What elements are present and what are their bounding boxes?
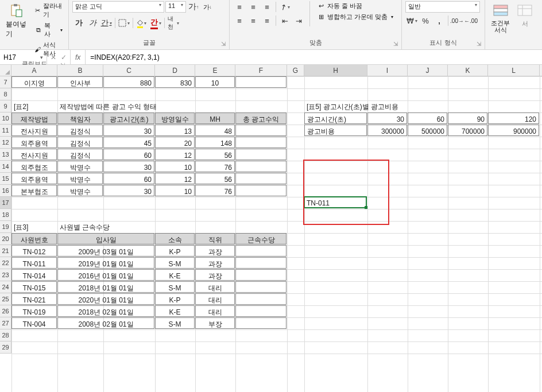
paste-button[interactable]: 붙여넣기 (3, 1, 30, 40)
cell[interactable]: 입사일 (57, 233, 154, 244)
cell[interactable]: 60 (408, 112, 447, 124)
cell[interactable]: TN-011 (11, 257, 57, 269)
cell[interactable]: 제작방법 (11, 112, 57, 124)
italic-button[interactable]: 가 (86, 17, 99, 29)
cell[interactable]: 10 (155, 185, 195, 196)
column-header-F[interactable]: F (235, 65, 287, 76)
cell[interactable]: 500000 (408, 125, 447, 136)
cell[interactable]: 전사지원 (11, 125, 57, 136)
cell[interactable]: 30 (103, 125, 154, 136)
row-header-7[interactable]: 7 (0, 76, 11, 88)
align-left-button[interactable]: ≡ (233, 15, 246, 26)
increase-indent-button[interactable]: ⇥ (292, 15, 305, 26)
cell[interactable]: 근속수당 (235, 233, 287, 244)
format-as-table-button[interactable]: 서 (514, 1, 535, 29)
cell[interactable]: 과장 (195, 269, 235, 281)
bold-button[interactable]: 가 (72, 17, 85, 29)
cell[interactable]: 전사지원 (11, 149, 57, 160)
cell[interactable]: TN-021 (11, 293, 57, 305)
row-header-12[interactable]: 12 (0, 137, 11, 149)
decrease-decimal-button[interactable]: ←.00 (464, 15, 477, 26)
row-header-21[interactable]: 21 (0, 245, 11, 257)
cell[interactable]: 외주용역 (11, 137, 57, 148)
row-header-14[interactable]: 14 (0, 161, 11, 173)
cell[interactable]: 700000 (448, 125, 487, 136)
cell[interactable]: 대리 (195, 281, 235, 293)
row-header-9[interactable]: 9 (0, 100, 11, 112)
column-header-I[interactable]: I (367, 65, 408, 76)
cell[interactable]: 12 (155, 149, 195, 160)
cell[interactable]: 이지영 (11, 76, 57, 88)
cell[interactable] (235, 281, 287, 293)
row-header-27[interactable]: 27 (0, 317, 11, 329)
row-header-18[interactable]: 18 (0, 209, 11, 221)
cell[interactable] (235, 149, 287, 160)
cell[interactable]: K-E (155, 305, 195, 317)
cell[interactable] (235, 293, 287, 305)
cell[interactable]: 김정식 (57, 137, 103, 148)
cell[interactable]: 외주용역 (11, 173, 57, 184)
cell[interactable]: 대리 (195, 293, 235, 305)
cell[interactable]: 60 (103, 173, 154, 184)
copy-button[interactable]: ⧉복사▾ (32, 21, 65, 39)
cell[interactable]: 10 (155, 161, 195, 172)
cell[interactable]: [표5] 광고시간(초)별 광고비용 (304, 100, 539, 112)
cell[interactable]: 본부협조 (11, 185, 57, 196)
cell[interactable]: 사원별 근속수당 (57, 221, 235, 232)
cell[interactable]: TN-014 (11, 269, 57, 281)
row-header-10[interactable]: 10 (0, 112, 11, 125)
column-header-C[interactable]: C (103, 65, 155, 76)
cell[interactable]: 30 (103, 185, 154, 196)
cell[interactable]: 2009년 03월 01일 (57, 245, 154, 257)
cell[interactable]: 김정식 (57, 149, 103, 160)
cell[interactable]: 90 (448, 112, 487, 124)
cell[interactable]: 300000 (367, 125, 407, 136)
align-middle-button[interactable]: ≡ (247, 1, 260, 13)
cell[interactable]: 48 (195, 125, 235, 136)
cell[interactable]: 2016년 01월 01일 (57, 269, 154, 281)
align-right-button[interactable]: ≡ (261, 15, 273, 26)
border-button[interactable] (118, 17, 130, 29)
row-header-13[interactable]: 13 (0, 149, 11, 161)
cell[interactable]: 880 (103, 76, 154, 88)
cell[interactable]: 76 (195, 185, 235, 196)
row-header-22[interactable]: 22 (0, 257, 11, 269)
column-header-B[interactable]: B (57, 65, 103, 76)
cell[interactable]: TN-011 (304, 197, 367, 208)
column-header-D[interactable]: D (155, 65, 195, 76)
column-header-E[interactable]: E (195, 65, 235, 76)
cell[interactable]: 2020년 01월 01일 (57, 293, 154, 305)
cell[interactable]: S-M (155, 257, 195, 269)
cell[interactable]: 김정식 (57, 125, 103, 136)
row-header-15[interactable]: 15 (0, 173, 11, 185)
percent-button[interactable]: % (419, 15, 432, 26)
cell[interactable] (235, 245, 287, 257)
cell[interactable] (235, 257, 287, 269)
fill-color-button[interactable]: ◇ (136, 17, 148, 29)
phonetic-button[interactable]: 내천 (167, 17, 180, 29)
cell[interactable]: TN-019 (11, 305, 57, 317)
cell[interactable]: 30 (103, 161, 154, 172)
cell[interactable]: S-M (155, 317, 195, 329)
spreadsheet-grid[interactable]: ABCDEFGHIJKL 789101112131415161718192021… (0, 65, 542, 392)
row-header-29[interactable]: 29 (0, 341, 11, 354)
cells-area[interactable]: 이지영인사부88083010[표2]제작방법에 따른 광고 수익 형태제작방법책… (11, 76, 542, 392)
number-dialog-launcher[interactable]: ⇲ (477, 41, 481, 47)
column-header-G[interactable]: G (287, 65, 304, 76)
cell[interactable]: 56 (195, 173, 235, 184)
align-center-button[interactable]: ≡ (247, 15, 260, 26)
cell[interactable] (235, 76, 287, 88)
cell[interactable]: 대리 (195, 305, 235, 317)
column-headers[interactable]: ABCDEFGHIJKL (11, 65, 542, 76)
cell[interactable] (235, 161, 287, 172)
cell[interactable]: 148 (195, 137, 235, 148)
row-header-20[interactable]: 20 (0, 233, 11, 245)
wrap-text-button[interactable]: ↩자동 줄 바꿈 (315, 1, 396, 11)
cell[interactable] (235, 185, 287, 196)
cell[interactable]: K-E (155, 269, 195, 281)
font-color-button[interactable]: 간 (149, 17, 162, 29)
cell[interactable]: 13 (155, 125, 195, 136)
row-header-24[interactable]: 24 (0, 281, 11, 293)
column-header-H[interactable]: H (304, 65, 367, 76)
cell[interactable]: 방영일수 (155, 112, 195, 124)
